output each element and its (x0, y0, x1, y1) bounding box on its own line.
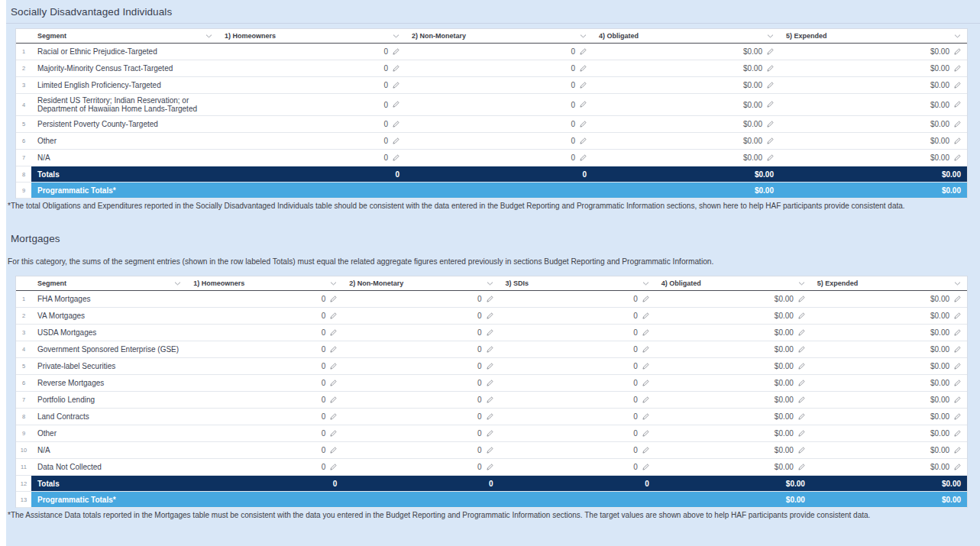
edit-pencil-icon[interactable] (642, 346, 649, 354)
value-cell[interactable]: $0.00 (811, 392, 967, 408)
value-cell[interactable]: $0.00 (655, 392, 811, 408)
value-cell[interactable]: $0.00 (593, 150, 780, 166)
edit-pencil-icon[interactable] (486, 363, 493, 370)
edit-pencil-icon[interactable] (953, 82, 961, 89)
edit-pencil-icon[interactable] (579, 154, 587, 162)
value-cell[interactable]: 0 (343, 325, 499, 341)
value-cell[interactable]: 0 (187, 442, 343, 458)
value-cell[interactable]: 0 (500, 341, 655, 357)
value-cell[interactable]: 0 (187, 425, 343, 441)
chevron-down-icon[interactable] (954, 34, 961, 38)
value-cell[interactable]: $0.00 (811, 375, 967, 391)
edit-pencil-icon[interactable] (329, 464, 337, 471)
value-cell[interactable]: 0 (187, 341, 343, 357)
value-cell[interactable]: 0 (187, 358, 343, 374)
edit-pencil-icon[interactable] (329, 413, 337, 421)
chevron-down-icon[interactable] (798, 282, 805, 286)
edit-pencil-icon[interactable] (579, 121, 587, 128)
edit-pencil-icon[interactable] (642, 396, 649, 404)
edit-pencil-icon[interactable] (953, 430, 961, 438)
value-cell[interactable]: $0.00 (655, 409, 811, 425)
value-cell[interactable]: $0.00 (811, 291, 967, 307)
chevron-down-icon[interactable] (487, 282, 493, 286)
edit-pencil-icon[interactable] (392, 82, 399, 89)
value-cell[interactable]: 0 (343, 459, 499, 475)
chevron-down-icon[interactable] (174, 282, 181, 286)
edit-pencil-icon[interactable] (486, 380, 493, 387)
edit-pencil-icon[interactable] (797, 464, 805, 471)
value-cell[interactable]: 0 (218, 133, 406, 149)
value-cell[interactable]: 0 (406, 60, 593, 76)
edit-pencil-icon[interactable] (797, 346, 805, 354)
edit-pencil-icon[interactable] (797, 413, 805, 421)
value-cell[interactable]: $0.00 (593, 116, 780, 132)
value-cell[interactable]: 0 (343, 442, 499, 458)
value-cell[interactable]: 0 (500, 392, 655, 408)
edit-pencil-icon[interactable] (953, 296, 961, 303)
value-cell[interactable]: $0.00 (655, 341, 811, 357)
edit-pencil-icon[interactable] (329, 430, 337, 438)
edit-pencil-icon[interactable] (642, 447, 649, 454)
edit-pencil-icon[interactable] (797, 329, 805, 337)
edit-pencil-icon[interactable] (953, 413, 961, 421)
value-cell[interactable]: 0 (500, 425, 655, 441)
edit-pencil-icon[interactable] (797, 447, 805, 454)
value-cell[interactable]: $0.00 (655, 425, 811, 441)
value-cell[interactable]: $0.00 (811, 442, 967, 458)
value-cell[interactable]: $0.00 (811, 459, 967, 475)
edit-pencil-icon[interactable] (797, 396, 805, 404)
edit-pencil-icon[interactable] (953, 447, 961, 454)
value-cell[interactable]: 0 (187, 308, 343, 324)
value-cell[interactable]: 0 (187, 325, 343, 341)
value-cell[interactable]: $0.00 (811, 358, 967, 374)
chevron-down-icon[interactable] (954, 282, 961, 286)
edit-pencil-icon[interactable] (766, 154, 774, 162)
edit-pencil-icon[interactable] (329, 312, 337, 320)
value-cell[interactable]: 0 (406, 77, 593, 93)
edit-pencil-icon[interactable] (953, 396, 961, 404)
edit-pencil-icon[interactable] (642, 430, 649, 438)
value-cell[interactable]: $0.00 (780, 60, 967, 76)
value-cell[interactable]: 0 (218, 44, 406, 60)
value-cell[interactable]: $0.00 (780, 77, 967, 93)
value-cell[interactable]: $0.00 (780, 94, 967, 115)
edit-pencil-icon[interactable] (953, 380, 961, 387)
edit-pencil-icon[interactable] (486, 430, 493, 438)
value-cell[interactable]: $0.00 (655, 459, 811, 475)
edit-pencil-icon[interactable] (797, 296, 805, 303)
value-cell[interactable]: 0 (187, 375, 343, 391)
edit-pencil-icon[interactable] (329, 447, 337, 454)
edit-pencil-icon[interactable] (392, 101, 399, 108)
edit-pencil-icon[interactable] (766, 82, 774, 89)
chevron-down-icon[interactable] (767, 34, 774, 38)
value-cell[interactable]: 0 (500, 325, 655, 341)
value-cell[interactable]: $0.00 (655, 291, 811, 307)
value-cell[interactable]: $0.00 (593, 60, 780, 76)
value-cell[interactable]: 0 (500, 459, 655, 475)
value-cell[interactable]: 0 (406, 150, 593, 166)
chevron-down-icon[interactable] (330, 282, 337, 286)
value-cell[interactable]: 0 (406, 94, 593, 115)
value-cell[interactable]: 0 (343, 308, 499, 324)
edit-pencil-icon[interactable] (642, 296, 649, 303)
edit-pencil-icon[interactable] (486, 396, 493, 404)
value-cell[interactable]: $0.00 (655, 308, 811, 324)
edit-pencil-icon[interactable] (392, 48, 399, 56)
edit-pencil-icon[interactable] (953, 346, 961, 354)
edit-pencil-icon[interactable] (953, 137, 961, 145)
edit-pencil-icon[interactable] (329, 380, 337, 387)
edit-pencil-icon[interactable] (642, 464, 649, 471)
value-cell[interactable]: 0 (218, 150, 406, 166)
value-cell[interactable]: 0 (343, 392, 499, 408)
value-cell[interactable]: 0 (500, 375, 655, 391)
value-cell[interactable]: 0 (218, 77, 406, 93)
edit-pencil-icon[interactable] (766, 137, 774, 145)
value-cell[interactable]: 0 (406, 116, 593, 132)
value-cell[interactable]: 0 (343, 409, 499, 425)
chevron-down-icon[interactable] (642, 282, 649, 286)
edit-pencil-icon[interactable] (766, 48, 774, 56)
edit-pencil-icon[interactable] (486, 346, 493, 354)
chevron-down-icon[interactable] (580, 34, 587, 38)
value-cell[interactable]: $0.00 (655, 358, 811, 374)
value-cell[interactable]: $0.00 (655, 375, 811, 391)
